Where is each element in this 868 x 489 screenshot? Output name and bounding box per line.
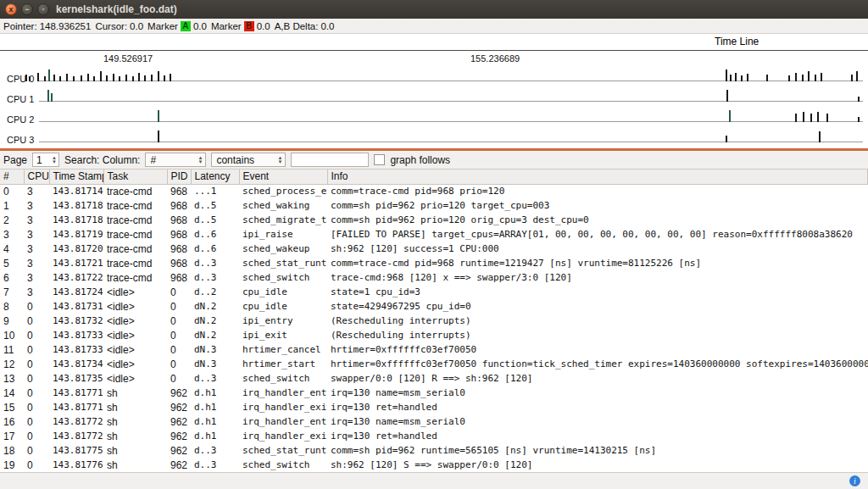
table-row[interactable]: 150143.817719sh962d.h1irq_handler_exitir…: [0, 400, 868, 414]
graph-follows-checkbox[interactable]: [374, 154, 385, 165]
event-tick[interactable]: [851, 75, 853, 81]
table-row[interactable]: 43143.817203trace-cmd968d..6sched_wakeup…: [0, 242, 868, 256]
event-tick[interactable]: [158, 71, 159, 81]
event-tick[interactable]: [730, 75, 732, 81]
table-row[interactable]: 23143.817187trace-cmd968d..5sched_migrat…: [0, 213, 868, 227]
event-tick[interactable]: [788, 75, 790, 81]
event-tick[interactable]: [810, 114, 812, 122]
event-tick[interactable]: [151, 75, 153, 81]
event-tick[interactable]: [170, 74, 171, 81]
table-row[interactable]: 180143.817758sh962d..3sched_stat_runtime…: [0, 443, 868, 458]
event-tick[interactable]: [858, 97, 860, 102]
table-cell: 0: [24, 357, 49, 371]
event-tick[interactable]: [735, 73, 737, 81]
table-row[interactable]: 33143.817199trace-cmd968d..6ipi_raise[FA…: [0, 227, 868, 242]
event-tick[interactable]: [819, 131, 821, 142]
cpu-row[interactable]: CPU 0: [0, 66, 868, 86]
table-row[interactable]: 73143.817242<idle>0d..2cpu_idlestate=1 c…: [0, 285, 868, 299]
event-tick[interactable]: [125, 75, 127, 81]
event-tick[interactable]: [817, 112, 819, 122]
table-row[interactable]: 190143.817767sh962d..3sched_switchsh:962…: [0, 458, 868, 472]
minimize-icon[interactable]: −: [21, 3, 33, 15]
page-spinner[interactable]: 1 ▲▼: [32, 153, 59, 167]
event-tick[interactable]: [821, 73, 822, 81]
event-tick[interactable]: [802, 75, 804, 81]
event-tick[interactable]: [858, 117, 860, 122]
table-row[interactable]: 63143.817220trace-cmd968d..3sched_switch…: [0, 270, 868, 285]
event-tick[interactable]: [158, 131, 159, 142]
table-row[interactable]: 110143.817337<idle>0dN.3hrtimer_cancelhr…: [0, 342, 868, 357]
event-tick[interactable]: [795, 114, 797, 122]
column-select[interactable]: # ▲▼: [145, 153, 206, 167]
event-tick[interactable]: [48, 69, 50, 81]
event-tick[interactable]: [119, 76, 120, 81]
event-tick[interactable]: [164, 75, 165, 81]
table-row[interactable]: 03143.817145trace-cmd968...1sched_proces…: [0, 184, 868, 198]
info-icon[interactable]: i: [849, 475, 860, 486]
table-row[interactable]: 130143.817351<idle>0d..3sched_switchswap…: [0, 371, 868, 386]
event-tick[interactable]: [138, 73, 140, 81]
event-tick[interactable]: [808, 71, 810, 81]
event-tick[interactable]: [726, 136, 727, 142]
event-tick[interactable]: [726, 69, 727, 81]
table-cell: 13: [0, 371, 24, 386]
table-row[interactable]: 120143.817341<idle>0dN.3hrtimer_starthrt…: [0, 357, 868, 371]
event-tick[interactable]: [93, 76, 95, 81]
timeline-area[interactable]: Time Line 149.526917155.236689 CPU 0CPU …: [0, 34, 868, 148]
event-tick[interactable]: [47, 90, 49, 102]
event-tick[interactable]: [87, 74, 89, 81]
event-tick[interactable]: [132, 76, 134, 81]
table-cell: 143.817145: [49, 184, 103, 198]
event-tick[interactable]: [795, 73, 797, 81]
event-tick[interactable]: [113, 74, 114, 81]
table-row[interactable]: 170143.817727sh962d.h1irq_handler_exitir…: [0, 429, 868, 443]
search-input[interactable]: [291, 153, 369, 167]
event-tick[interactable]: [856, 71, 858, 81]
table-row[interactable]: 100143.817331<idle>0dN.2ipi_exit(Resched…: [0, 328, 868, 342]
event-tick[interactable]: [73, 76, 75, 81]
table-cell: 5: [0, 256, 24, 270]
cpu-row[interactable]: CPU 3: [0, 127, 868, 147]
table-cell: ipi_exit: [239, 328, 327, 342]
event-tick[interactable]: [106, 75, 108, 81]
table-cell: 0: [24, 386, 49, 400]
event-tick[interactable]: [144, 75, 146, 81]
event-tick[interactable]: [766, 75, 768, 81]
pointer-bar: Pointer: 148.936251 Cursor: 0.0 Marker A…: [0, 19, 868, 34]
event-tick[interactable]: [826, 114, 828, 122]
close-icon[interactable]: x: [5, 3, 17, 15]
event-tick[interactable]: [53, 75, 55, 81]
event-tick[interactable]: [44, 76, 46, 81]
table-row[interactable]: 140143.817710sh962d.h1irq_handler_entryi…: [0, 386, 868, 400]
event-tick[interactable]: [51, 93, 53, 102]
event-tick[interactable]: [747, 74, 748, 81]
event-tick[interactable]: [729, 110, 731, 122]
event-tick[interactable]: [803, 112, 804, 122]
table-row[interactable]: 13143.817180trace-cmd968d..5sched_waking…: [0, 198, 868, 213]
table-cell: comm=sh pid=962 runtime=565105 [ns] vrun…: [327, 443, 868, 458]
table-cell: 143.817341: [49, 357, 103, 371]
table-row[interactable]: 80143.817319<idle>0dN.2cpu_idlestate=429…: [0, 299, 868, 314]
table-row[interactable]: 53143.817210trace-cmd968d..3sched_stat_r…: [0, 256, 868, 270]
event-tick[interactable]: [100, 71, 102, 81]
marker-b-badge[interactable]: B: [244, 21, 254, 31]
event-tick[interactable]: [59, 76, 61, 81]
spinner-arrows-icon[interactable]: ▲▼: [52, 156, 57, 164]
event-tick[interactable]: [815, 75, 816, 81]
event-tick[interactable]: [29, 76, 31, 81]
event-tick[interactable]: [158, 110, 159, 122]
event-tick[interactable]: [741, 75, 743, 81]
event-tick[interactable]: [66, 74, 68, 81]
cpu-row[interactable]: CPU 1: [0, 86, 868, 107]
event-tick[interactable]: [726, 90, 728, 102]
event-tick[interactable]: [81, 75, 82, 81]
event-tick[interactable]: [37, 73, 39, 81]
marker-a-badge[interactable]: A: [181, 21, 191, 31]
table-row[interactable]: 90143.817328<idle>0dN.2ipi_entry(Resched…: [0, 314, 868, 328]
table-row[interactable]: 160143.817725sh962d.h1irq_handler_entryi…: [0, 414, 868, 429]
event-tick[interactable]: [25, 75, 27, 81]
table-cell: sched_migrate_task: [239, 213, 327, 227]
cpu-row[interactable]: CPU 2: [0, 107, 868, 127]
maximize-icon[interactable]: ▫: [37, 3, 49, 15]
match-select[interactable]: contains ▲▼: [211, 153, 286, 167]
